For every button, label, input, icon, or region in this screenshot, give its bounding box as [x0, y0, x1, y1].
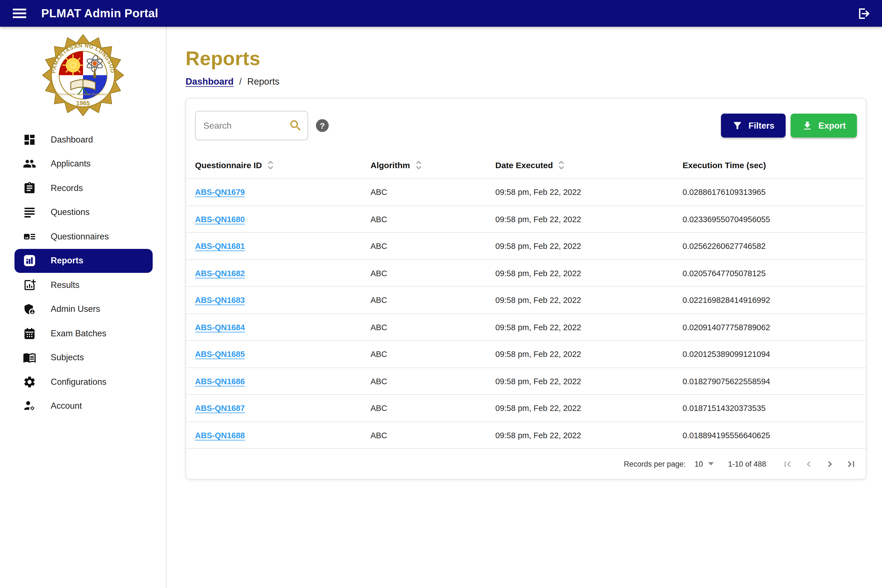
seal-motto-text: Karunungan Kaunlaran Kadakilaan — [59, 92, 107, 96]
time-cell: 0.018279075622558594 — [682, 376, 857, 386]
algorithm-cell: ABC — [371, 188, 495, 196]
sidebar-item-label: Admin Users — [51, 304, 100, 314]
column-header-label: Execution Time (sec) — [682, 160, 766, 170]
column-header-questionnaire-id[interactable]: Questionnaire ID — [195, 160, 371, 170]
time-cell: 0.022169828414916992 — [682, 296, 857, 304]
sidebar-item-label: Exam Batches — [51, 328, 107, 339]
sidebar-item-account[interactable]: Account — [15, 394, 153, 418]
algorithm-cell: ABC — [371, 296, 495, 304]
table-row: ABS-QN1681 ABC 09:58 pm, Feb 22, 2022 0.… — [186, 232, 866, 260]
sidebar-item-reports[interactable]: Reports — [15, 249, 153, 273]
sidebar-item-applicants[interactable]: Applicants — [15, 152, 153, 176]
time-cell: 0.020914077758789062 — [682, 322, 857, 332]
person-gear-icon — [23, 399, 36, 413]
time-cell: 0.02562260627746582 — [682, 242, 857, 250]
date-cell: 09:58 pm, Feb 22, 2022 — [495, 404, 682, 412]
table-row: ABS-QN1680 ABC 09:58 pm, Feb 22, 2022 0.… — [186, 206, 866, 232]
next-page-icon[interactable] — [824, 458, 836, 470]
questionnaire-link[interactable]: ABS-QN1682 — [195, 268, 245, 278]
sort-icon — [415, 160, 422, 170]
time-cell: 0.02057647705078125 — [682, 268, 857, 278]
column-header-label: Questionnaire ID — [195, 160, 262, 170]
breadcrumb-dashboard-link[interactable]: Dashboard — [186, 76, 233, 87]
last-page-icon[interactable] — [845, 458, 857, 470]
questionnaire-link[interactable]: ABS-QN1680 — [195, 214, 245, 224]
table-row: ABS-QN1685 ABC 09:58 pm, Feb 22, 2022 0.… — [186, 340, 866, 368]
breadcrumb: Dashboard / Reports — [186, 76, 882, 87]
algorithm-cell: ABC — [371, 322, 495, 332]
search-icon — [288, 119, 302, 135]
reports-card: ? Filters Export — [186, 98, 866, 480]
sidebar-item-results[interactable]: Results — [15, 273, 153, 297]
questionnaire-link[interactable]: ABS-QN1681 — [195, 242, 245, 250]
sidebar-item-exam-batches[interactable]: Exam Batches — [15, 321, 153, 345]
sidebar-item-questionnaires[interactable]: Questionnaires — [15, 224, 153, 249]
analytics-icon — [23, 254, 36, 267]
first-page-icon[interactable] — [782, 458, 793, 470]
records-per-page-value: 10 — [694, 460, 703, 468]
sidebar-item-admin-users[interactable]: Admin Users — [15, 297, 153, 321]
menu-icon[interactable] — [10, 5, 29, 22]
algorithm-cell: ABC — [371, 376, 495, 386]
column-header-label: Algorithm — [371, 160, 410, 170]
time-cell: 0.018894195556640625 — [682, 431, 857, 440]
table-row: ABS-QN1679 ABC 09:58 pm, Feb 22, 2022 0.… — [186, 178, 866, 206]
logout-icon[interactable] — [855, 5, 872, 22]
table-toolbar: ? Filters Export — [186, 99, 866, 141]
date-cell: 09:58 pm, Feb 22, 2022 — [495, 188, 682, 196]
export-button[interactable]: Export — [790, 114, 857, 138]
table-header-row: Questionnaire ID Algorithm Date Executed — [186, 152, 866, 178]
sidebar-item-label: Records — [51, 183, 83, 193]
questionnaire-link[interactable]: ABS-QN1683 — [195, 296, 245, 304]
questionnaire-link[interactable]: ABS-QN1686 — [195, 376, 245, 386]
table-pagination: Records per page: 10 1-10 of 488 — [186, 448, 866, 479]
column-header-date-executed[interactable]: Date Executed — [495, 160, 682, 170]
records-per-page-select[interactable]: 10 — [694, 460, 714, 468]
sidebar-item-label: Account — [51, 401, 82, 411]
table-row: ABS-QN1684 ABC 09:58 pm, Feb 22, 2022 0.… — [186, 314, 866, 340]
column-header-algorithm[interactable]: Algorithm — [371, 160, 495, 170]
sidebar-item-dashboard[interactable]: Dashboard — [15, 128, 153, 152]
questionnaire-link[interactable]: ABS-QN1684 — [195, 322, 245, 332]
date-cell: 09:58 pm, Feb 22, 2022 — [495, 268, 682, 278]
help-icon[interactable]: ? — [316, 119, 329, 132]
app-title: PLMAT Admin Portal — [41, 7, 158, 20]
breadcrumb-current: Reports — [247, 76, 280, 87]
sidebar-item-questions[interactable]: Questions — [15, 200, 153, 224]
questionnaire-link[interactable]: ABS-QN1688 — [195, 431, 245, 440]
sidebar-item-configurations[interactable]: Configurations — [15, 370, 153, 394]
date-cell: 09:58 pm, Feb 22, 2022 — [495, 350, 682, 358]
algorithm-cell: ABC — [371, 242, 495, 250]
table-row: ABS-QN1686 ABC 09:58 pm, Feb 22, 2022 0.… — [186, 368, 866, 394]
table-row: ABS-QN1688 ABC 09:58 pm, Feb 22, 2022 0.… — [186, 422, 866, 448]
clipboard-icon — [23, 182, 36, 195]
date-cell: 09:58 pm, Feb 22, 2022 — [495, 431, 682, 440]
top-app-bar: PLMAT Admin Portal — [0, 0, 882, 27]
sidebar-item-records[interactable]: Records — [15, 176, 153, 200]
breadcrumb-separator: / — [239, 76, 242, 87]
seal-year-text: 1965 — [76, 100, 90, 106]
time-cell: 0.01871514320373535 — [682, 404, 857, 412]
reports-table: Questionnaire ID Algorithm Date Executed — [186, 152, 866, 479]
questionnaire-link[interactable]: ABS-QN1679 — [195, 188, 245, 196]
date-cell: 09:58 pm, Feb 22, 2022 — [495, 296, 682, 304]
table-row: ABS-QN1687 ABC 09:58 pm, Feb 22, 2022 0.… — [186, 394, 866, 422]
sidebar-item-label: Questions — [51, 207, 90, 218]
algorithm-cell: ABC — [371, 404, 495, 412]
app-window: PLMAT Admin Portal — [0, 0, 882, 588]
sidebar-item-label: Reports — [51, 256, 83, 266]
questionnaire-link[interactable]: ABS-QN1685 — [195, 350, 245, 358]
main-content: Reports Dashboard / Reports ? — [167, 27, 882, 588]
sidebar-item-label: Results — [51, 280, 80, 290]
time-cell: 0.023369550704956055 — [682, 214, 857, 224]
previous-page-icon[interactable] — [803, 458, 814, 470]
filters-button[interactable]: Filters — [721, 114, 786, 138]
sidebar-item-label: Configurations — [51, 377, 107, 387]
pagination-range: 1-10 of 488 — [728, 460, 766, 468]
time-cell: 0.02886176109313965 — [682, 188, 857, 196]
plm-seal-logo: PAMANTASAN NG LUNGSOD NG MAYNILA Karunun… — [41, 33, 125, 117]
sidebar-item-subjects[interactable]: Subjects — [15, 345, 153, 370]
questionnaire-link[interactable]: ABS-QN1687 — [195, 404, 245, 412]
algorithm-cell: ABC — [371, 214, 495, 224]
date-cell: 09:58 pm, Feb 22, 2022 — [495, 376, 682, 386]
